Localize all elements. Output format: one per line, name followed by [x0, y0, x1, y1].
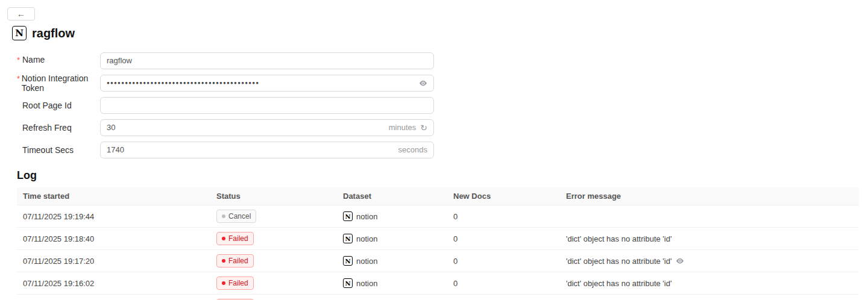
- name-label-text: Name: [22, 55, 45, 64]
- log-time-cell: 07/11/2025 19:18:40: [17, 228, 210, 250]
- timeout-secs-label: Timeout Secs: [17, 145, 100, 155]
- arrow-left-icon: ←: [17, 10, 25, 18]
- form-row-refresh-freq: Refresh Freq minutes ↻: [17, 116, 859, 139]
- notion-logo-icon: N: [12, 26, 27, 40]
- log-column-header: Time started: [17, 187, 210, 205]
- log-status-cell: Cancel: [210, 205, 337, 228]
- log-status-cell: Failed: [210, 250, 337, 272]
- dataset-chip: Nnotion: [343, 234, 377, 243]
- name-input-wrap: [100, 52, 434, 69]
- timeout-secs-label-text: Timeout Secs: [22, 145, 74, 155]
- status-label: Failed: [228, 278, 248, 289]
- notion-mini-logo-icon: N: [343, 234, 353, 243]
- required-asterisk: *: [17, 55, 22, 66]
- connector-config-form: * Name * Notion Integration Token: [17, 49, 859, 161]
- log-dataset-cell: Nnotion: [337, 272, 447, 295]
- error-message: 'dict' object has no attribute 'id': [566, 234, 671, 243]
- log-table: Time startedStatusDatasetNew DocsError m…: [17, 187, 859, 300]
- log-column-header: New Docs: [447, 187, 560, 205]
- log-dataset-cell: Nnotion: [337, 205, 447, 228]
- log-newdocs-cell: 0: [447, 250, 560, 272]
- dataset-name: notion: [356, 257, 377, 266]
- root-page-id-input-wrap: [100, 97, 434, 114]
- required-asterisk: *: [17, 73, 22, 84]
- log-status-cell: Failed: [210, 272, 337, 295]
- eye-icon[interactable]: [676, 257, 684, 265]
- status-badge: Failed: [216, 277, 254, 290]
- log-time-cell: 07/11/2025 19:16:02: [17, 272, 210, 295]
- dataset-name: notion: [356, 212, 377, 221]
- log-table-row: 07/11/2025 19:17:20FailedNnotion0'dict' …: [17, 250, 859, 272]
- app-header: N ragflow: [12, 26, 859, 40]
- log-newdocs-cell: 0: [447, 205, 560, 228]
- name-input[interactable]: [107, 56, 427, 65]
- status-badge: Failed: [216, 232, 254, 245]
- refresh-freq-input-wrap: minutes ↻: [100, 119, 434, 136]
- log-error-cell: 'dict' object has no attribute 'id': [560, 250, 859, 272]
- status-dot-icon: [222, 237, 225, 240]
- form-row-token: * Notion Integration Token: [17, 72, 859, 94]
- notion-mini-logo-icon: N: [343, 278, 353, 288]
- status-label: Failed: [228, 255, 248, 266]
- log-newdocs-cell: 0: [447, 272, 560, 295]
- form-row-root-page-id: Root Page Id: [17, 94, 859, 116]
- form-row-name: * Name: [17, 49, 859, 72]
- log-dataset-cell: Nnotion: [337, 295, 447, 300]
- dataset-chip: Nnotion: [343, 256, 377, 266]
- timeout-secs-input-wrap: seconds: [100, 142, 434, 158]
- status-badge: Cancel: [216, 210, 256, 223]
- log-time-cell: 07/11/2025 19:14:39: [17, 295, 210, 300]
- error-text: 'dict' object has no attribute 'id': [566, 234, 671, 243]
- refresh-freq-input[interactable]: [107, 123, 385, 132]
- status-label: Failed: [228, 233, 248, 244]
- log-newdocs-cell: 0: [447, 228, 560, 250]
- log-column-header: Dataset: [337, 187, 447, 205]
- status-dot-icon: [222, 281, 225, 285]
- log-dataset-cell: Nnotion: [337, 250, 447, 272]
- dataset-chip: Nnotion: [343, 278, 377, 288]
- error-message: 'dict' object has no attribute 'id': [566, 279, 671, 288]
- timeout-secs-input[interactable]: [107, 145, 394, 154]
- eye-icon[interactable]: [419, 79, 427, 87]
- log-column-header: Status: [210, 187, 337, 205]
- log-table-row: 07/11/2025 19:19:44CancelNnotion0: [17, 205, 859, 228]
- error-text: 'dict' object has no attribute 'id': [566, 257, 671, 266]
- back-button[interactable]: ←: [7, 7, 35, 20]
- refresh-freq-label-text: Refresh Freq: [22, 123, 72, 133]
- log-section-title: Log: [17, 169, 859, 182]
- root-page-id-label-text: Root Page Id: [22, 101, 72, 110]
- log-status-cell: Failed: [210, 228, 337, 250]
- log-newdocs-cell: 0: [447, 295, 560, 300]
- log-status-cell: Failed: [210, 295, 337, 300]
- log-table-row: 07/11/2025 19:18:40FailedNnotion0'dict' …: [17, 228, 859, 250]
- refresh-icon[interactable]: ↻: [420, 123, 427, 132]
- log-time-cell: 07/11/2025 19:19:44: [17, 205, 210, 228]
- notion-connector-config-page: ← N ragflow * Name * Notion Integration …: [0, 0, 868, 300]
- log-error-cell: [560, 205, 859, 228]
- log-table-row: 07/11/2025 19:14:39FailedNnotion0'dict' …: [17, 295, 859, 300]
- dataset-name: notion: [356, 234, 377, 243]
- token-input-wrap: [100, 75, 434, 92]
- token-input[interactable]: [107, 80, 415, 86]
- refresh-freq-label: Refresh Freq: [17, 123, 100, 133]
- log-column-header: Error message: [560, 187, 859, 205]
- log-table-header-row: Time startedStatusDatasetNew DocsError m…: [17, 187, 859, 205]
- notion-mini-logo-icon: N: [343, 256, 353, 266]
- notion-mini-logo-icon: N: [343, 211, 353, 221]
- log-error-cell: 'dict' object has no attribute 'id': [560, 272, 859, 295]
- token-label-text: Notion Integration Token: [22, 73, 100, 93]
- root-page-id-label: Root Page Id: [17, 101, 100, 110]
- status-dot-icon: [222, 214, 225, 218]
- refresh-freq-unit-label: minutes: [389, 123, 417, 132]
- form-row-timeout-secs: Timeout Secs seconds: [17, 139, 859, 161]
- log-error-cell: 'dict' object has no attribute 'id': [560, 295, 859, 300]
- timeout-secs-unit-label: seconds: [398, 145, 427, 154]
- dataset-name: notion: [356, 279, 377, 288]
- status-dot-icon: [222, 259, 225, 263]
- root-page-id-input[interactable]: [107, 101, 427, 110]
- log-table-row: 07/11/2025 19:16:02FailedNnotion0'dict' …: [17, 272, 859, 295]
- name-field-label: * Name: [17, 55, 100, 66]
- status-badge: Failed: [216, 254, 254, 267]
- dataset-chip: Nnotion: [343, 211, 377, 221]
- log-time-cell: 07/11/2025 19:17:20: [17, 250, 210, 272]
